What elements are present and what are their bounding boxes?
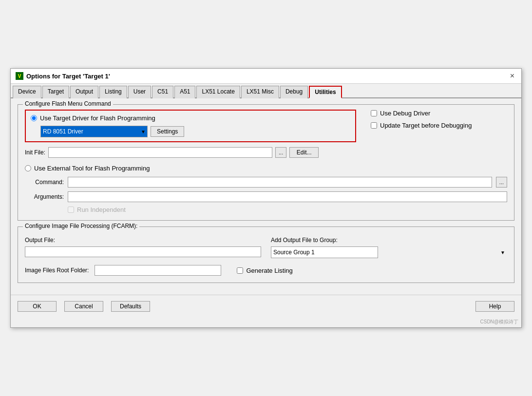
run-independent-label[interactable]: Run Independent <box>68 206 507 213</box>
tab-a51[interactable]: A51 <box>174 86 195 98</box>
right-section: Use Debug Driver Update Target before De… <box>371 110 507 129</box>
init-file-label: Init File: <box>25 149 45 156</box>
tab-device[interactable]: Device <box>13 86 41 98</box>
edit-button[interactable]: Edit... <box>289 147 319 158</box>
use-debug-driver-label[interactable]: Use Debug Driver <box>371 110 507 117</box>
generate-listing-checkbox[interactable] <box>237 267 243 274</box>
fcarm-top-row: Output File: Add Output File to Group: S… <box>25 237 507 258</box>
tab-target[interactable]: Target <box>42 86 69 98</box>
help-area: Help <box>475 301 514 312</box>
tab-user[interactable]: User <box>128 86 151 98</box>
command-input[interactable] <box>68 177 492 188</box>
add-output-group-label: Add Output File to Group: <box>271 237 507 244</box>
target-driver-section: Use Target Driver for Flash Programming … <box>25 110 356 142</box>
image-root-label: Image Files Root Folder: <box>25 267 89 274</box>
run-independent-checkbox <box>68 207 74 213</box>
use-external-tool-label[interactable]: Use External Tool for Flash Programming <box>25 165 507 172</box>
window-title: Options for Target 'Target 1' <box>26 73 110 80</box>
add-output-group-col: Add Output File to Group: Source Group 1… <box>271 237 507 258</box>
run-independent-row: Run Independent <box>68 206 507 213</box>
fcarm-group: Configure Image File Processing (FCARM):… <box>18 226 514 283</box>
tab-listing[interactable]: Listing <box>99 86 127 98</box>
use-target-driver-row: Use Target Driver for Flash Programming <box>31 114 350 122</box>
defaults-button[interactable]: Defaults <box>111 301 150 312</box>
tab-utilities[interactable]: Utilities <box>309 86 342 98</box>
tab-lx51locate[interactable]: LX51 Locate <box>196 86 240 98</box>
external-tool-section: Use External Tool for Flash Programming <box>25 165 507 172</box>
main-window: V Options for Target 'Target 1' × Device… <box>10 68 522 328</box>
update-target-checkbox[interactable] <box>371 122 377 129</box>
use-target-driver-label[interactable]: Use Target Driver for Flash Programming <box>31 114 155 122</box>
tab-lx51misc[interactable]: LX51 Misc <box>241 86 279 98</box>
init-file-row: Init File: ... Edit... <box>25 147 356 158</box>
use-debug-driver-checkbox[interactable] <box>371 110 377 116</box>
help-button[interactable]: Help <box>475 301 514 312</box>
output-file-col: Output File: <box>25 237 261 257</box>
command-label: Command: <box>25 179 64 186</box>
driver-select[interactable]: RD 8051 Driver <box>40 126 148 137</box>
ok-button[interactable]: OK <box>18 301 57 312</box>
app-icon: V <box>16 72 23 80</box>
tab-c51[interactable]: C51 <box>152 86 173 98</box>
tab-output[interactable]: Output <box>70 86 98 98</box>
watermark: CSDN@模拟诗丁 <box>11 318 521 327</box>
close-button[interactable]: × <box>508 72 516 80</box>
title-bar-left: V Options for Target 'Target 1' <box>16 72 110 80</box>
content-area: Configure Flash Menu Command Use Target … <box>11 98 521 295</box>
arguments-row: Arguments: <box>25 191 507 202</box>
tabs-bar: Device Target Output Listing User C51 A5… <box>11 84 521 98</box>
flash-menu-title: Configure Flash Menu Command <box>23 100 113 107</box>
flash-top-section: Use Target Driver for Flash Programming … <box>25 110 507 158</box>
bottom-bar: OK Cancel Defaults Help <box>11 295 521 318</box>
fcarm-bottom-row: Image Files Root Folder: Generate Listin… <box>25 265 507 276</box>
command-browse-button[interactable]: ... <box>496 177 507 188</box>
use-target-driver-radio[interactable] <box>31 115 37 121</box>
fcarm-title: Configure Image File Processing (FCARM): <box>23 223 139 229</box>
output-file-label: Output File: <box>25 237 261 244</box>
source-group-select[interactable]: Source Group 1 <box>271 246 378 258</box>
arguments-label: Arguments: <box>25 193 64 200</box>
image-root-input[interactable] <box>95 265 221 276</box>
use-external-tool-radio[interactable] <box>25 165 31 171</box>
init-browse-button[interactable]: ... <box>275 147 286 158</box>
output-file-input[interactable] <box>25 246 261 257</box>
cancel-button[interactable]: Cancel <box>64 301 103 312</box>
arguments-input[interactable] <box>68 191 507 202</box>
title-bar: V Options for Target 'Target 1' × <box>11 69 521 84</box>
command-row: Command: ... <box>25 177 507 188</box>
driver-dropdown-wrapper: RD 8051 Driver ▼ <box>40 126 148 137</box>
settings-button[interactable]: Settings <box>151 126 184 137</box>
driver-dropdown-row: RD 8051 Driver ▼ Settings <box>40 126 350 137</box>
generate-listing-label[interactable]: Generate Listing <box>237 267 292 274</box>
source-group-arrow: ▼ <box>500 250 505 255</box>
init-file-input[interactable] <box>48 147 272 158</box>
source-group-dropdown-wrapper: Source Group 1 ▼ <box>271 246 507 258</box>
flash-menu-group: Configure Flash Menu Command Use Target … <box>18 104 514 221</box>
update-target-label[interactable]: Update Target before Debugging <box>371 122 507 129</box>
left-section: Use Target Driver for Flash Programming … <box>25 110 356 158</box>
tab-debug[interactable]: Debug <box>280 86 308 98</box>
